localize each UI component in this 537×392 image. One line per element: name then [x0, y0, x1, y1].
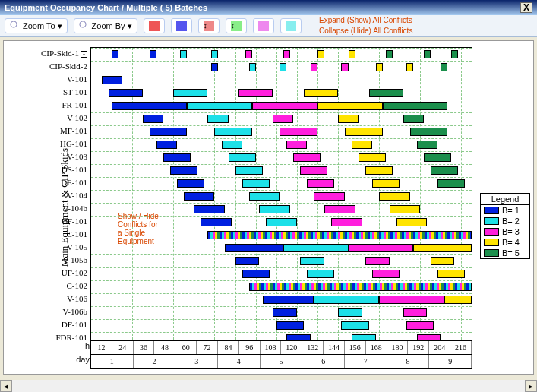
gantt-bar[interactable]: [150, 128, 188, 136]
gantt-bar[interactable]: [317, 50, 324, 58]
gantt-bar[interactable]: [150, 50, 156, 58]
gantt-bar[interactable]: [300, 257, 324, 265]
gantt-bar[interactable]: [365, 257, 390, 265]
gantt-bar[interactable]: [235, 166, 263, 175]
gantt-bar[interactable]: [187, 102, 252, 110]
gantt-bar[interactable]: [324, 205, 355, 213]
gantt-bar[interactable]: [242, 179, 270, 188]
gantt-bar[interactable]: [286, 141, 307, 149]
gantt-bar[interactable]: [352, 141, 372, 149]
gantt-bar[interactable]: [345, 128, 383, 136]
gantt-bar[interactable]: [338, 308, 362, 317]
gantt-bar[interactable]: [163, 153, 191, 162]
gantt-bar[interactable]: [207, 231, 472, 239]
gantt-bar[interactable]: [211, 63, 218, 71]
gantt-bar[interactable]: [396, 218, 428, 226]
gantt-bar[interactable]: [242, 270, 270, 278]
close-button[interactable]: X: [520, 2, 532, 13]
gantt-bar[interactable]: [372, 179, 400, 188]
gantt-bar[interactable]: [314, 296, 379, 304]
gantt-bar[interactable]: [317, 102, 383, 110]
gantt-bar[interactable]: [349, 50, 355, 58]
collapse-toggle[interactable]: -: [81, 51, 87, 58]
expand-conflicts-button[interactable]: ↕: [198, 18, 220, 33]
gantt-bar[interactable]: [280, 63, 286, 71]
gantt-bar[interactable]: [304, 89, 338, 97]
zoom-by-button[interactable]: Zoom By ▾: [74, 18, 137, 33]
gantt-bar[interactable]: [225, 244, 283, 252]
gantt-bar[interactable]: [207, 115, 228, 123]
gantt-bar[interactable]: [424, 50, 431, 58]
conflict-tool-1[interactable]: [144, 18, 165, 33]
gantt-bar[interactable]: [249, 192, 280, 201]
gantt-bar[interactable]: [444, 296, 472, 304]
gantt-bar[interactable]: [406, 63, 413, 71]
gantt-bar[interactable]: [112, 102, 187, 110]
scroll-left-button[interactable]: ◂: [0, 380, 12, 392]
gantt-bar[interactable]: [338, 115, 359, 123]
gantt-bar[interactable]: [376, 63, 383, 71]
gantt-bar[interactable]: [276, 321, 304, 330]
gantt-bar[interactable]: [245, 50, 252, 58]
gantt-bar[interactable]: [424, 153, 451, 162]
gantt-bar[interactable]: [173, 89, 207, 97]
gantt-bar[interactable]: [170, 166, 197, 175]
gantt-bar[interactable]: [307, 270, 334, 278]
scroll-right-button[interactable]: ▸: [525, 380, 537, 392]
gantt-bar[interactable]: [349, 244, 414, 252]
tool-5[interactable]: [253, 18, 274, 33]
gantt-bar[interactable]: [229, 153, 256, 162]
gantt-bar[interactable]: [263, 296, 314, 304]
gantt-bar[interactable]: [177, 179, 204, 188]
gantt-bar[interactable]: [437, 270, 465, 278]
gantt-bar[interactable]: [365, 166, 393, 175]
gantt-bar[interactable]: [102, 76, 122, 84]
gantt-bar[interactable]: [252, 102, 317, 110]
gantt-bar[interactable]: [143, 115, 163, 123]
gantt-bar[interactable]: [156, 141, 177, 149]
gantt-bar[interactable]: [300, 166, 327, 175]
gantt-bar[interactable]: [109, 89, 143, 97]
gantt-bar[interactable]: [379, 192, 410, 201]
collapse-conflicts-button[interactable]: ↕: [226, 18, 247, 33]
gantt-bar[interactable]: [273, 115, 293, 123]
gantt-bar[interactable]: [266, 218, 297, 226]
gantt-bar[interactable]: [359, 153, 386, 162]
gantt-bar[interactable]: [383, 102, 448, 110]
gantt-bar[interactable]: [311, 63, 317, 71]
horizontal-scrollbar[interactable]: ◂ ▸: [0, 380, 537, 392]
gantt-bar[interactable]: [314, 192, 345, 201]
gantt-bar[interactable]: [259, 205, 290, 213]
gantt-bar[interactable]: [112, 50, 118, 58]
gantt-bar[interactable]: [273, 308, 297, 317]
gantt-bar[interactable]: [214, 128, 252, 136]
gantt-bar[interactable]: [369, 89, 403, 97]
gantt-bar[interactable]: [293, 153, 321, 162]
gantt-bar[interactable]: [283, 50, 290, 58]
gantt-bar[interactable]: [235, 257, 260, 265]
gantt-bar[interactable]: [249, 283, 472, 291]
gantt-bar[interactable]: [238, 89, 273, 97]
gantt-bar[interactable]: [184, 192, 215, 201]
gantt-bar[interactable]: [441, 63, 447, 71]
gantt-bar[interactable]: [201, 218, 232, 226]
gantt-bar[interactable]: [211, 50, 218, 58]
gantt-bar[interactable]: [341, 63, 348, 71]
gantt-bar[interactable]: [386, 50, 393, 58]
gantt-bar[interactable]: [451, 50, 458, 58]
conflict-tool-2[interactable]: [171, 18, 192, 33]
gantt-bar[interactable]: [331, 218, 362, 226]
gantt-bar[interactable]: [417, 141, 437, 149]
gantt-bar[interactable]: [431, 166, 458, 175]
gantt-bar[interactable]: [431, 257, 455, 265]
gantt-bar[interactable]: [390, 205, 421, 213]
gantt-bar[interactable]: [437, 179, 465, 188]
gantt-bar[interactable]: [341, 321, 368, 330]
gantt-bar[interactable]: [379, 296, 444, 304]
gantt-bar[interactable]: [372, 270, 400, 278]
gantt-bar[interactable]: [410, 128, 448, 136]
gantt-bar[interactable]: [403, 308, 428, 317]
gantt-bar[interactable]: [280, 128, 317, 136]
zoom-to-button[interactable]: Zoom To ▾: [5, 18, 68, 33]
gantt-bar[interactable]: [249, 63, 256, 71]
